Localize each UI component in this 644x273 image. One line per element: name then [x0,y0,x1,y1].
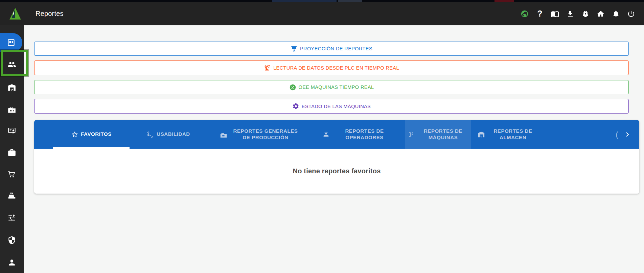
factory-icon [7,105,16,114]
factory-icon [220,131,227,138]
sidebar-item-almacen[interactable] [0,79,24,96]
gear-icon [292,103,299,110]
banner-proyeccion-de-reportes[interactable]: PROYECCIÓN DE REPORTES [34,42,629,56]
sidebar-item-reportes[interactable] [0,33,22,52]
usability-icon [147,131,154,138]
sidebar-item-recursos-humanos[interactable] [0,56,24,73]
download-icon[interactable] [566,10,574,18]
sidebar-item-seguridad[interactable] [0,232,24,248]
banner-label: LECTURA DE DATOS DESDE PLC EN TIEMPO REA… [273,65,399,71]
star-icon [71,131,78,138]
report-tabs: FAVORITOS USABILIDAD REPORTES GENERALES … [34,120,639,149]
sidebar-item-punto-de-venta[interactable] [0,188,24,204]
tab-label: USABILIDAD [157,131,190,138]
sidebar-item-compras[interactable] [0,166,24,182]
tab-label: FAVORITOS [81,131,112,138]
globe-icon[interactable] [521,10,529,18]
shield-icon [7,236,16,245]
banner-oee-maquinas[interactable]: OEE MAQUINAS TIEMPO REAL [34,80,629,94]
shopping-cart-icon [7,170,16,179]
sidebar-nav [0,2,24,273]
page-title: Reportes [36,2,64,25]
warehouse-icon [7,83,16,92]
banner-label: PROYECCIÓN DE REPORTES [300,46,372,51]
banner-lectura-plc[interactable]: LECTURA DE DATOS DESDE PLC EN TIEMPO REA… [34,60,629,75]
sidebar-item-certificados[interactable] [0,123,24,139]
power-icon[interactable] [627,10,635,18]
header-icon-row: ? [521,2,635,25]
home-icon[interactable] [597,10,605,18]
person-icon [7,258,16,267]
tune-icon [7,214,16,222]
chevron-right-icon[interactable] [623,120,632,149]
tab-reportes-generales-produccion[interactable]: REPORTES GENERALES DE PRODUCCIÓN [207,120,314,149]
cash-register-icon [7,192,16,200]
tab-reportes-operadores[interactable]: REPORTES DE OPERADORES [314,120,405,149]
favorites-panel: No tiene reportes favoritos [34,149,639,194]
banner-label: ESTADO DE LAS MÁQUINAS [302,104,371,109]
tab-label: REPORTES GENERALES DE PRODUCCIÓN [230,128,301,141]
app-logo-icon [8,7,22,21]
main-content: PROYECCIÓN DE REPORTES LECTURA DE DATOS … [24,25,644,273]
reports-card: FAVORITOS USABILIDAD REPORTES GENERALES … [34,120,639,194]
tab-favoritos[interactable]: FAVORITOS [53,120,130,149]
tab-label: REPORTES DE MÁQUINAS [418,128,468,141]
tab-label: REPORTES DE ALMACEN [487,128,539,141]
tab-label: REPORTES DE OPERADORES [332,128,397,141]
tab-reportes-maquinas[interactable]: REPORTES DE MÁQUINAS [405,120,471,149]
tab-usabilidad[interactable]: USABILIDAD [130,120,207,149]
projection-screen-icon [291,45,298,52]
app-header: Reportes ? [0,2,644,25]
tab-reportes-almacen[interactable]: REPORTES DE ALMACEN [471,120,545,149]
empty-favorites-message: No tiene reportes favoritos [293,167,381,175]
banner-label: OEE MAQUINAS TIEMPO REAL [299,84,374,90]
machine-icon [408,131,415,138]
operator-icon [322,131,330,138]
report-panel-icon [7,38,16,47]
sidebar-item-negocios[interactable] [0,145,24,161]
gauge-icon [289,84,296,91]
bug-report-icon[interactable] [581,10,590,18]
card-star-icon [7,126,16,135]
robot-arm-icon [264,64,271,71]
sidebar-item-ajustes[interactable] [0,210,24,226]
people-icon [7,60,16,69]
help-icon[interactable]: ? [536,10,544,18]
sidebar-item-usuario[interactable] [0,254,24,271]
warehouse-icon [478,131,485,138]
manual-book-icon[interactable] [551,10,559,18]
briefcase-icon [7,148,16,157]
sidebar-item-produccion[interactable] [0,101,24,117]
tab-scroll-left[interactable]: ( [616,120,618,149]
banner-estado-maquinas[interactable]: ESTADO DE LAS MÁQUINAS [34,99,629,114]
notifications-icon[interactable] [612,10,620,18]
